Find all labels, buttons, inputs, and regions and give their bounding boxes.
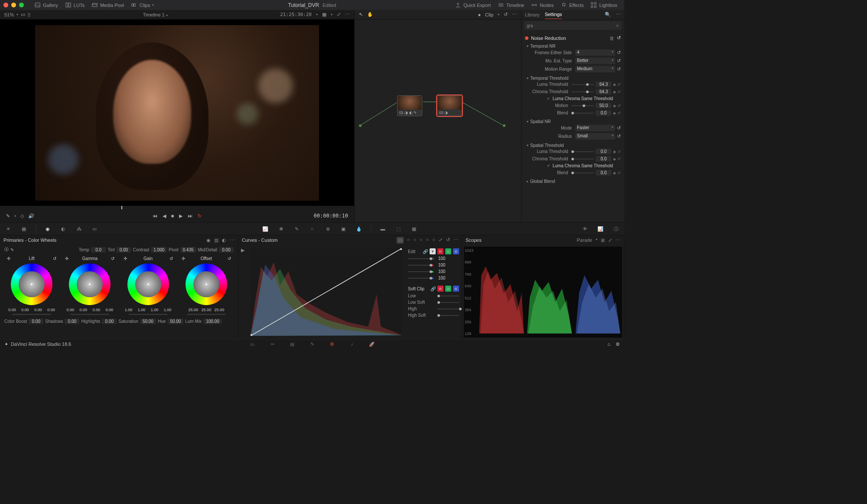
gamma-val[interactable]: 0.00 [78, 308, 89, 312]
spatial-nr-group[interactable]: ▾Spatial NR [527, 119, 621, 124]
camera-raw-icon[interactable]: ☀ [4, 225, 12, 233]
edit-b-slider[interactable] [408, 278, 430, 279]
volume-icon[interactable]: 🔊 [28, 213, 34, 219]
tint-value[interactable]: 0.00 [116, 247, 131, 253]
temporal-thr-group[interactable]: ▾Temporal Threshold [527, 76, 621, 81]
step-back-button[interactable]: ◀ [163, 213, 166, 219]
page-deliver-icon[interactable]: 🚀 [368, 340, 376, 348]
offset-val[interactable]: 25.00 [201, 308, 212, 312]
edit-y-slider[interactable] [408, 258, 430, 259]
settings-search[interactable]: gra✕ [524, 21, 622, 30]
tracker-icon[interactable]: ⊕ [324, 225, 332, 233]
tab-library[interactable]: Library [525, 10, 540, 19]
loop-button[interactable]: ↻ [198, 213, 202, 219]
node-reset-icon[interactable]: ↺ [504, 12, 508, 17]
lift-val[interactable]: 0.00 [7, 308, 18, 312]
playback-timecode[interactable]: 00:00:00:10 [314, 213, 348, 219]
same-threshold-check[interactable]: ✓Luma Chroma Same Threshold [527, 95, 621, 102]
3d-icon[interactable]: ▦ [410, 225, 418, 233]
gamma-val[interactable]: 0.00 [104, 308, 115, 312]
lift-val[interactable]: 0.00 [46, 308, 57, 312]
temporal-nr-group[interactable]: ▾Temporal NR [527, 44, 621, 49]
luma-thr-slider[interactable] [571, 84, 594, 85]
wheel-anchor-icon[interactable]: ✢ [182, 256, 185, 261]
scopes-icon[interactable]: 📊 [596, 225, 604, 233]
node-record-icon[interactable]: ● [478, 12, 481, 17]
wheel-reset-icon[interactable]: ↺ [53, 256, 56, 261]
gamma-wheel[interactable] [69, 263, 111, 305]
sizing-icon[interactable]: ⬚ [394, 225, 402, 233]
lift-val[interactable]: 0.00 [33, 308, 44, 312]
luts-toggle[interactable]: LUTs [62, 2, 88, 8]
graph-output[interactable] [503, 124, 505, 127]
picker-icon[interactable]: ✎ [10, 247, 14, 252]
gamma-val[interactable]: 0.00 [91, 308, 102, 312]
zoom-value[interactable]: 51% [4, 12, 14, 17]
close-window[interactable] [3, 3, 8, 7]
rgb-mixer-icon[interactable]: ⁂ [75, 225, 83, 233]
global-blend-group[interactable]: ▸Global Blend [527, 179, 621, 184]
lightbox-toggle[interactable]: Lightbox [587, 2, 621, 8]
sc-low-slider[interactable] [437, 296, 459, 296]
colorchecker-icon[interactable]: ▦ [20, 225, 28, 233]
play-button[interactable]: ▶ [179, 213, 183, 219]
info-icon[interactable]: ⓘ [612, 225, 620, 233]
page-edit-icon[interactable]: ▤ [288, 340, 296, 348]
settings-icon[interactable]: ⚙ [616, 341, 620, 347]
wheels-icon[interactable]: ◉ [44, 225, 52, 233]
offset-val[interactable]: 25.00 [188, 308, 199, 312]
tab-settings[interactable]: Settings [545, 10, 562, 19]
picker-icon[interactable]: ✎ [6, 213, 10, 219]
options-icon[interactable]: ⋯ [345, 12, 350, 17]
node-options-icon[interactable]: ⋯ [512, 12, 517, 17]
quickexport-button[interactable]: Quick Export [451, 2, 494, 8]
home-icon[interactable]: ⌂ [607, 341, 610, 347]
spatial-mode-select[interactable]: Faster▾ [575, 125, 615, 131]
spatial-radius-select[interactable]: Small▾ [575, 133, 615, 140]
hdr-icon[interactable]: ◐ [59, 225, 67, 233]
window-icon[interactable]: ○ [308, 225, 316, 233]
panel-opts-icon[interactable]: ⋯ [230, 237, 235, 243]
motionrange-select[interactable]: Medium▾ [575, 66, 615, 72]
viewer-split-icon[interactable]: ▭ [21, 12, 25, 17]
wheel-anchor-icon[interactable]: ✢ [124, 256, 127, 261]
gamma-master-slider[interactable] [70, 314, 109, 315]
prev-clip-button[interactable]: ⏮ [153, 213, 157, 218]
search-icon[interactable]: 🔍 [605, 12, 611, 17]
gamma-val[interactable]: 0.00 [65, 308, 76, 312]
hue-value[interactable]: 50.00 [167, 319, 183, 324]
link2-icon[interactable]: 🔗 [430, 286, 436, 291]
bars-mode-icon[interactable]: ▥ [214, 237, 218, 243]
sc-high-slider[interactable] [437, 309, 459, 309]
page-color-icon[interactable]: ⚙ [328, 340, 336, 348]
timeline-toggle[interactable]: Timeline [494, 2, 528, 8]
curves-icon[interactable]: 📈 [261, 225, 269, 233]
gain-val[interactable]: 1.00 [123, 308, 134, 312]
moest-select[interactable]: Better▾ [575, 58, 615, 64]
nodes-toggle[interactable]: Nodes [528, 2, 557, 8]
scope-mode[interactable]: Parade [577, 237, 592, 243]
sc-lowsoft-slider[interactable] [437, 302, 459, 303]
reset-fx-icon[interactable]: ↺ [617, 35, 621, 41]
page-media-icon[interactable]: ▭ [248, 340, 256, 348]
colorboost-value[interactable]: 0.00 [29, 319, 43, 324]
curves-graph[interactable] [251, 248, 402, 336]
key-icon[interactable]: ▬ [379, 225, 387, 233]
wheel-reset-icon[interactable]: ↺ [228, 256, 231, 261]
effects-toggle[interactable]: Effects [557, 2, 587, 8]
viewer-display[interactable] [0, 20, 354, 206]
next-clip-button[interactable]: ⏭ [188, 213, 192, 218]
qualifier-icon[interactable]: ✎ [293, 225, 300, 233]
sp-same-check[interactable]: ✓Luma Chroma Same Threshold [527, 163, 621, 169]
wheels-mode-icon[interactable]: ◉ [206, 237, 211, 243]
source-timecode[interactable]: 21:25:30:20 [280, 12, 312, 17]
sp-blend-slider[interactable] [571, 172, 594, 173]
wheel-reset-icon[interactable]: ↺ [169, 256, 173, 261]
sp-luma-slider[interactable] [571, 151, 594, 152]
page-fusion-icon[interactable]: ✎ [308, 340, 316, 348]
pan-tool-icon[interactable]: ✋ [367, 12, 373, 17]
fx-header[interactable]: Noise Reduction🗑↺ [525, 33, 621, 42]
spatial-thr-group[interactable]: ▾Spatial Threshold [527, 143, 621, 148]
pivot-value[interactable]: 0.435 [180, 247, 196, 253]
auto-balance-icon[interactable]: Ⓐ [4, 247, 9, 253]
